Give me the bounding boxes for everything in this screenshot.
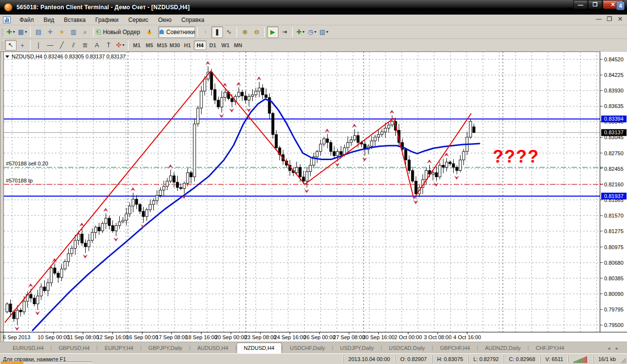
chart-tab-GBPCHF,H4[interactable]: GBPCHF,H4 [433,343,477,353]
zoom-in-button[interactable]: ⊕ [239,26,251,38]
strategy-tester-button[interactable]: ⌕ [79,26,91,38]
candlestick-chart-button[interactable]: ❚ [211,26,223,38]
fibonacci-button[interactable]: ≣ [79,40,91,51]
chart-tab-GBPUSD,H4[interactable]: GBPUSD,H4 [52,343,96,353]
toolbar-grip[interactable] [1,28,3,36]
bar-chart-button[interactable]: 𝄅 [200,26,211,38]
status-help-text: Для справки, нажмите F1 [0,356,343,362]
profiles-icon: ▦ [18,28,24,36]
crosshair-button[interactable]: ＋ [17,40,28,51]
timeframe-button-M5[interactable]: M5 [143,40,156,50]
timeframe-button-MN[interactable]: MN [232,40,244,50]
price-tick-label: 0.81570 [604,213,624,218]
chart-tab-AUDNZD,Daily[interactable]: AUDNZD,Daily [478,343,527,353]
trendline-button[interactable]: ╱ [56,40,68,51]
menu-item-Графики[interactable]: Графики [91,15,124,25]
text-button[interactable]: A [91,40,103,51]
chart-shift-button[interactable]: ⇥ [278,26,290,38]
line-chart-button[interactable]: ∿ [223,26,235,38]
timeframe-button-M30[interactable]: M30 [168,40,181,50]
timeframe-button-M15[interactable]: M15 [156,40,168,50]
text-label-button[interactable]: Ṫ [103,40,114,51]
chevron-down-icon: ▾ [326,30,328,34]
menu-item-Сервис[interactable]: Сервис [124,15,153,25]
chart-tab-AUDUSD,H4[interactable]: AUDUSD,H4 [190,343,235,353]
status-high: H: 0.83075 [432,355,468,363]
plot-background [4,52,627,342]
horizontal-line-button[interactable]: — [44,40,56,51]
periods-icon: ◷ [308,28,313,36]
status-bar: Для справки, нажмите F1 2013.10.04 00:00… [0,353,627,364]
toolbar-grip-2[interactable] [1,41,3,50]
menu-item-Файл[interactable]: Файл [15,15,39,25]
zoom-in-icon: ⊕ [242,28,248,36]
equidistant-channel-button[interactable]: ⫽ [68,40,79,51]
vertical-line-button[interactable]: ❘ [33,40,44,51]
market-watch-button[interactable]: ▤ [33,26,44,38]
menu-item-Справка[interactable]: Справка [177,15,209,25]
drawing-toolbar: ↖＋❘—╱⫽≣AṪ✣▾ M1M5M15M30H1H4D1W1MN [0,39,627,52]
chart-plot[interactable]: #570188 sell 0.20#570188 tp????NZDUSD,H4… [0,52,627,342]
mdi-close-button[interactable]: ✕ [616,16,624,22]
maximize-button[interactable]: ❐ [588,0,602,9]
status-low: L: 0.82792 [468,355,503,363]
question-annotation: ???? [493,146,539,166]
chart-tab-USDCAD,Daily[interactable]: USDCAD,Daily [382,343,432,353]
time-tick-label: 24 Sep 16:00 [274,334,306,340]
mdi-restore-button[interactable]: ❐ [606,16,613,22]
chart-tab-CHFJPY,H4[interactable]: CHFJPY,H4 [529,343,571,353]
timeframe-button-H1[interactable]: H1 [181,40,194,50]
minimize-button[interactable]: — [573,0,588,9]
advisors-button[interactable]: ☗ Советники [158,26,195,38]
new-order-icon: ⎗ [96,28,101,36]
connection-bars-icon [568,355,593,363]
zoom-out-button[interactable]: ⊖ [251,26,262,38]
timeframe-button-W1[interactable]: W1 [219,40,232,50]
app-logo-icon [4,3,13,12]
chart-tab-NZDUSD,H4[interactable]: NZDUSD,H4 [237,343,282,353]
timeframe-button-D1[interactable]: D1 [206,40,219,50]
tabs-scroll-right-icon[interactable]: ► [615,346,623,351]
chart-tab-EURJPY,H4[interactable]: EURJPY,H4 [98,343,140,353]
timeframe-button-M1[interactable]: M1 [130,40,143,50]
text-icon: A [95,41,99,49]
price-tick-label: 0.84225 [604,72,624,78]
tabs-scroll-left-icon[interactable]: ◄ [607,346,615,351]
chart-tab-USDJPY,Daily[interactable]: USDJPY,Daily [333,343,381,353]
auto-scroll-button[interactable]: ▶ [267,26,278,38]
new-order-button[interactable]: ⎗ Новый Ордер [95,26,141,38]
vertical-line-icon: ❘ [36,41,41,49]
menu-item-Окно[interactable]: Окно [153,15,177,25]
shapes-button[interactable]: ✣▾ [114,40,126,51]
price-badge-label: 0.83394 [604,116,624,122]
resize-grip[interactable] [620,357,627,364]
cursor-icon: ↖ [8,41,14,49]
chart-tab-USDCHF,Daily[interactable]: USDCHF,Daily [283,343,332,353]
menu-item-Вид[interactable]: Вид [39,15,59,25]
status-open: O: 0.82907 [395,355,431,363]
chart-tab-GBPJPY,Daily[interactable]: GBPJPY,Daily [142,343,189,353]
price-tick-label: 0.79500 [604,322,624,328]
price-badge-label: 0.83137 [604,129,624,135]
indicators-button[interactable]: ✚▾ [295,26,306,38]
cursor-button[interactable]: ↖ [5,40,17,51]
templates-button[interactable]: ▧▾ [318,26,330,38]
terminal-button[interactable]: ▥ [68,26,79,38]
data-window-icon: ✛ [48,28,53,36]
time-tick-label: 30 Sep 16:00 [363,334,394,340]
profiles-button[interactable]: ▦▾ [17,26,28,38]
periods-button[interactable]: ◷▾ [306,26,318,38]
new-chart-button[interactable]: ✚▾ [5,26,17,38]
chevron-down-icon: ▾ [13,30,15,34]
chart-tab-EURUSD,H4[interactable]: EURUSD,H4 [6,343,51,353]
menu-item-Вставка[interactable]: Вставка [59,15,91,25]
navigator-button[interactable]: ★ [56,26,68,38]
navigator-icon: ★ [59,28,65,36]
metaeditor-button[interactable]: ◆ ! [144,26,155,38]
strategy-tester-icon: ⌕ [83,28,87,36]
price-badge-label: 0.81937 [604,193,624,199]
timeframe-button-H4[interactable]: H4 [194,40,206,50]
data-window-button[interactable]: ✛ [44,26,56,38]
mdi-minimize-button[interactable]: — [595,16,603,22]
notification-badge[interactable]: 4 [616,1,625,10]
